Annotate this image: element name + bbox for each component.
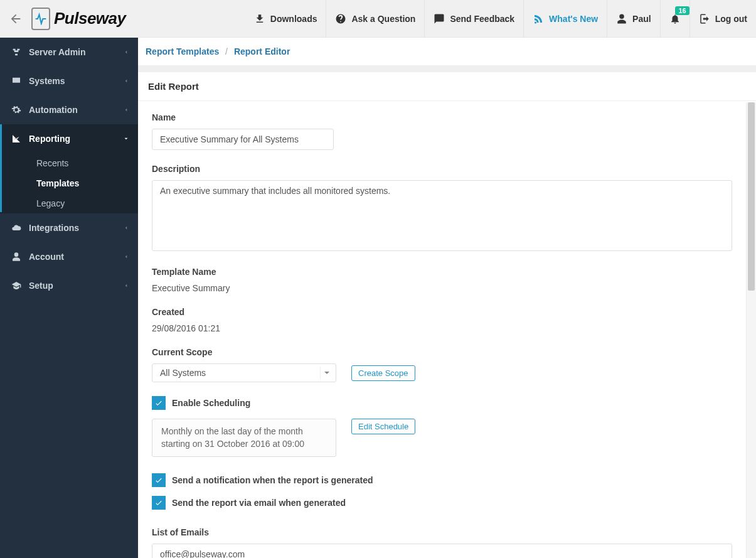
scrollbar[interactable] bbox=[746, 102, 756, 558]
nav-label: Account bbox=[29, 252, 64, 262]
breadcrumb-separator: / bbox=[221, 46, 232, 56]
breadcrumb-root[interactable]: Report Templates bbox=[146, 46, 219, 56]
nav-label: Automation bbox=[29, 105, 78, 115]
sidebar: Server Admin Systems Automation Reportin… bbox=[0, 38, 138, 558]
gears-icon bbox=[11, 105, 21, 115]
downloads-link[interactable]: Downloads bbox=[245, 0, 326, 38]
form-body: Name Description Template Name Executive… bbox=[138, 101, 756, 558]
scrollbar-thumb[interactable] bbox=[748, 102, 755, 291]
download-icon bbox=[254, 13, 265, 24]
logout-label: Log out bbox=[715, 14, 747, 24]
main-content: Report Templates / Report Editor Edit Re… bbox=[138, 38, 756, 558]
sidebar-item-server-admin[interactable]: Server Admin bbox=[0, 38, 138, 67]
ask-label: Ask a Question bbox=[351, 14, 415, 24]
reporting-submenu: Recents Templates Legacy bbox=[0, 153, 138, 213]
template-name-label: Template Name bbox=[152, 267, 742, 277]
chart-icon bbox=[11, 134, 21, 144]
nav-label: Integrations bbox=[29, 223, 79, 233]
emails-label: List of Emails bbox=[152, 527, 742, 537]
chevron-left-icon bbox=[123, 225, 129, 231]
notification-badge: 16 bbox=[675, 6, 689, 15]
edit-schedule-button[interactable]: Edit Schedule bbox=[351, 419, 415, 434]
graduation-icon bbox=[11, 281, 21, 291]
user-label: Paul bbox=[632, 14, 651, 24]
sidebar-item-reporting[interactable]: Reporting bbox=[0, 124, 138, 153]
top-header: Pulseway Downloads Ask a Question Send F… bbox=[0, 0, 756, 38]
downloads-label: Downloads bbox=[270, 14, 317, 24]
user-menu[interactable]: Paul bbox=[607, 0, 660, 38]
divider-bar bbox=[138, 66, 756, 72]
scope-label: Current Scope bbox=[152, 347, 742, 357]
chevron-left-icon bbox=[123, 254, 129, 260]
sidebar-sub-templates[interactable]: Templates bbox=[0, 173, 138, 193]
nav-label: Setup bbox=[29, 281, 53, 291]
breadcrumb: Report Templates / Report Editor bbox=[138, 38, 756, 66]
nav-label: Server Admin bbox=[29, 47, 86, 57]
nav-label: Systems bbox=[29, 76, 65, 86]
chevron-left-icon bbox=[123, 282, 129, 289]
rss-icon bbox=[533, 13, 544, 24]
created-label: Created bbox=[152, 307, 742, 317]
send-feedback-link[interactable]: Send Feedback bbox=[424, 0, 523, 38]
arrow-left-icon bbox=[9, 12, 23, 26]
nav-label: Reporting bbox=[29, 134, 70, 144]
template-name-value: Executive Summary bbox=[152, 283, 742, 293]
sidebar-item-integrations[interactable]: Integrations bbox=[0, 213, 138, 242]
sidebar-item-systems[interactable]: Systems bbox=[0, 67, 138, 95]
enable-scheduling-label: Enable Scheduling bbox=[172, 398, 250, 408]
user-icon bbox=[616, 13, 627, 24]
create-scope-button[interactable]: Create Scope bbox=[351, 365, 415, 381]
page-title: Edit Report bbox=[138, 72, 756, 101]
emails-input[interactable] bbox=[152, 544, 732, 558]
description-label: Description bbox=[152, 164, 742, 174]
feedback-icon bbox=[434, 13, 445, 24]
send-email-label: Send the report via email when generated bbox=[172, 498, 346, 508]
chevron-left-icon bbox=[123, 107, 129, 113]
breadcrumb-current: Report Editor bbox=[234, 46, 290, 56]
name-label: Name bbox=[152, 112, 742, 122]
sub-label: Legacy bbox=[36, 198, 65, 208]
sidebar-sub-legacy[interactable]: Legacy bbox=[0, 193, 138, 213]
name-input[interactable] bbox=[152, 129, 334, 150]
logo[interactable]: Pulseway bbox=[31, 8, 126, 30]
whats-new-link[interactable]: What's New bbox=[523, 0, 607, 38]
sub-label: Templates bbox=[36, 178, 79, 188]
check-icon bbox=[154, 476, 163, 485]
check-icon bbox=[154, 498, 163, 507]
logo-icon bbox=[31, 8, 50, 30]
send-notification-checkbox[interactable] bbox=[152, 473, 166, 487]
desktop-icon bbox=[11, 76, 21, 86]
sidebar-sub-recents[interactable]: Recents bbox=[0, 153, 138, 173]
notifications-button[interactable]: 16 bbox=[660, 0, 689, 38]
enable-scheduling-checkbox[interactable] bbox=[152, 396, 166, 410]
sidebar-item-account[interactable]: Account bbox=[0, 242, 138, 271]
send-notification-label: Send a notification when the report is g… bbox=[172, 475, 373, 485]
user-icon bbox=[11, 252, 21, 262]
scope-select[interactable]: All Systems bbox=[152, 363, 336, 382]
schedule-display: Monthly on the last day of the month sta… bbox=[152, 419, 336, 457]
send-email-checkbox[interactable] bbox=[152, 496, 166, 510]
logout-icon bbox=[699, 13, 710, 24]
question-icon bbox=[335, 13, 346, 24]
back-button[interactable] bbox=[0, 0, 31, 38]
logout-link[interactable]: Log out bbox=[689, 0, 756, 38]
chevron-down-icon bbox=[123, 136, 129, 142]
whatsnew-label: What's New bbox=[549, 14, 598, 24]
check-icon bbox=[154, 399, 163, 407]
scope-selected: All Systems bbox=[160, 368, 206, 378]
sidebar-item-setup[interactable]: Setup bbox=[0, 271, 138, 300]
created-value: 29/08/2016 01:21 bbox=[152, 323, 742, 333]
sitemap-icon bbox=[11, 47, 21, 57]
sub-label: Recents bbox=[36, 158, 68, 168]
chevron-left-icon bbox=[123, 49, 129, 55]
feedback-label: Send Feedback bbox=[450, 14, 514, 24]
ask-question-link[interactable]: Ask a Question bbox=[326, 0, 424, 38]
description-input[interactable] bbox=[152, 180, 732, 251]
cloud-icon bbox=[11, 223, 21, 233]
logo-text: Pulseway bbox=[54, 9, 126, 28]
sidebar-item-automation[interactable]: Automation bbox=[0, 95, 138, 124]
chevron-left-icon bbox=[123, 78, 129, 84]
